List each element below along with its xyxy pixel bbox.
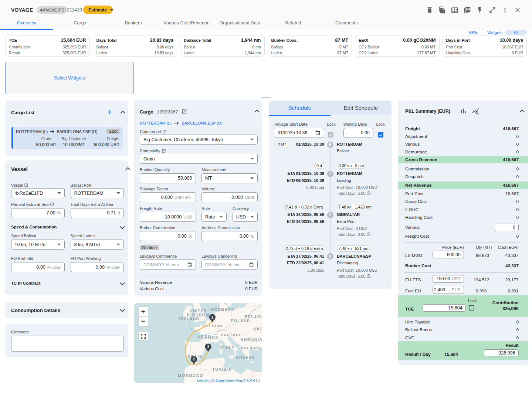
- svg-text:GREECE: GREECE: [235, 355, 255, 359]
- svg-text:AUSTRIA: AUSTRIA: [220, 332, 241, 336]
- svg-text:ROMANIA: ROMANIA: [240, 337, 262, 341]
- svg-text:DENMARK: DENMARK: [211, 308, 234, 312]
- svg-text:MOROCCO: MOROCCO: [178, 373, 203, 377]
- svg-text:POLAND: POLAND: [231, 319, 250, 323]
- svg-text:3: 3: [207, 345, 209, 349]
- svg-text:UKRAIN: UKRAIN: [254, 327, 262, 331]
- svg-text:1: 1: [211, 315, 213, 319]
- svg-text:FRANCE: FRANCE: [197, 335, 219, 339]
- svg-text:BELARUS: BELARUS: [244, 315, 262, 319]
- svg-text:UNITED: UNITED: [189, 309, 207, 313]
- svg-text:BELGIUM: BELGIUM: [203, 324, 223, 328]
- svg-text:TUNISIA: TUNISIA: [212, 367, 231, 371]
- svg-text:IRELAND: IRELAND: [179, 317, 199, 321]
- svg-text:2: 2: [193, 357, 195, 361]
- svg-text:BULGARIA: BULGARIA: [240, 346, 262, 350]
- svg-text:ITALY: ITALY: [221, 345, 234, 349]
